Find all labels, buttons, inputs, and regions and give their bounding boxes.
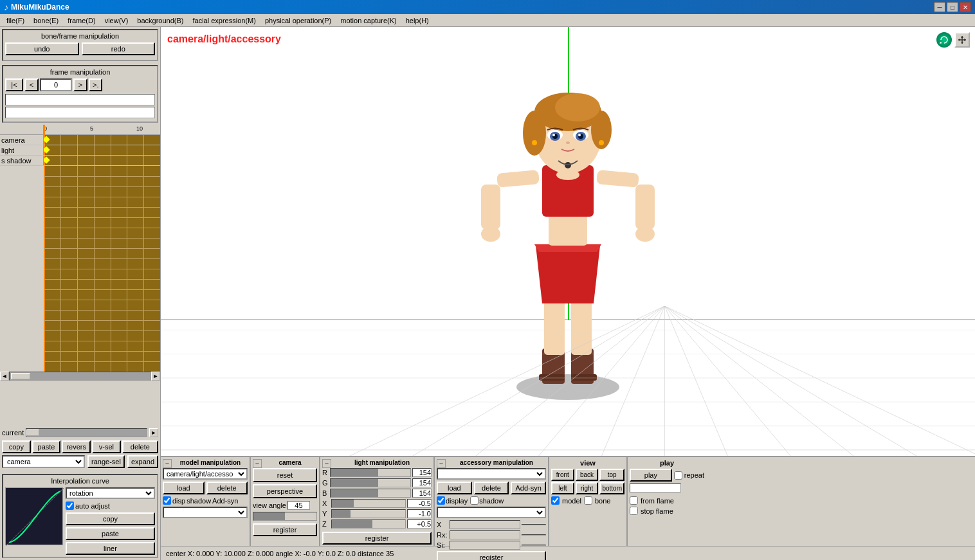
view-angle-input[interactable] (287, 501, 310, 510)
menu-frame[interactable]: frame(D) (64, 16, 99, 25)
camera-reset-button[interactable]: reset (253, 468, 317, 482)
light-register-button[interactable]: register (322, 532, 432, 545)
timeline-hscrollbar[interactable]: ◄ ► (0, 372, 160, 381)
camera-register-button[interactable]: register (253, 523, 317, 536)
acc-rx-slider[interactable] (450, 530, 520, 539)
camera-panel-minus[interactable]: − (253, 459, 262, 468)
delete-button[interactable]: delete (122, 440, 158, 453)
bone-name-input2[interactable] (5, 107, 155, 118)
viewport-icon-green[interactable] (936, 32, 952, 48)
scrollbar-thumb[interactable] (11, 373, 30, 379)
bottom-panels: − model manipulation camera/light/access… (161, 456, 975, 546)
minimize-button[interactable]: ─ (934, 2, 945, 12)
accessory-select[interactable] (437, 468, 546, 480)
frame-next-button[interactable]: > (73, 78, 87, 91)
light-z-slider[interactable] (331, 519, 406, 528)
disp-checkbox[interactable] (163, 496, 171, 505)
menu-bone[interactable]: bone(E) (30, 16, 62, 25)
expand-button[interactable]: expand (127, 455, 158, 468)
redo-button[interactable]: redo (82, 42, 156, 55)
acc-shadow-checkbox[interactable] (470, 496, 478, 505)
frame-number-input[interactable] (40, 78, 72, 91)
frame-end-button[interactable]: >. (89, 78, 102, 91)
model-panel-minus[interactable]: − (163, 459, 172, 468)
menu-file[interactable]: file(F) (3, 16, 28, 25)
model-select2-dropdown[interactable] (163, 507, 248, 518)
menu-help[interactable]: help(H) (402, 16, 433, 25)
tl-content-sshadow[interactable] (44, 156, 160, 165)
light-panel-minus[interactable]: − (322, 459, 331, 468)
view-angle-slider-track[interactable] (253, 512, 317, 521)
acc-display-checkbox[interactable] (437, 496, 445, 505)
accessory-addsyn-button[interactable]: Add-syn (511, 482, 546, 494)
accessory-register-button[interactable]: register (437, 551, 546, 560)
model-delete-button[interactable]: delete (206, 482, 248, 494)
perspective-button[interactable]: perspective (253, 484, 317, 498)
bone-name-input[interactable] (5, 94, 155, 105)
view-front-button[interactable]: front (551, 469, 574, 481)
interp-paste-button[interactable]: paste (66, 527, 155, 540)
current-scrollbar-thumb[interactable] (26, 429, 39, 436)
from-flame-checkbox[interactable] (630, 496, 638, 505)
paste-button[interactable]: paste (32, 440, 61, 453)
light-b-value[interactable]: 154 (412, 489, 432, 498)
view-bottom-button[interactable]: bottom (599, 482, 624, 494)
light-r-value[interactable]: 154 (412, 468, 432, 477)
tl-content-light[interactable] (44, 145, 160, 155)
viewport-icon-move[interactable] (954, 32, 970, 48)
light-r-slider[interactable] (330, 468, 411, 477)
close-button[interactable]: ✕ (960, 2, 971, 12)
interp-copy-button[interactable]: copy (66, 512, 155, 525)
menu-physical[interactable]: physical operation(P) (261, 16, 335, 25)
rotation-select[interactable]: rotation (66, 487, 155, 499)
model-load-button[interactable]: load (163, 482, 205, 494)
acc-x-slider[interactable] (450, 520, 520, 529)
scrollbar-right-btn[interactable]: ► (151, 372, 160, 381)
repeat-checkbox[interactable] (674, 471, 682, 480)
view-left-button[interactable]: left (551, 482, 574, 494)
model-select-dropdown[interactable]: camera/light/accesso (163, 468, 248, 480)
camera-dropdown[interactable]: camera (2, 455, 85, 468)
light-b-slider[interactable] (330, 489, 411, 498)
light-x-slider[interactable] (331, 499, 406, 508)
scrollbar-left-btn[interactable]: ◄ (0, 372, 9, 381)
auto-adjust-checkbox[interactable] (66, 501, 74, 510)
light-z-value[interactable]: +0.5 (407, 519, 432, 528)
revers-button[interactable]: revers (62, 440, 91, 453)
menu-view[interactable]: view(V) (101, 16, 132, 25)
light-g-slider[interactable] (330, 478, 411, 487)
tl-content-camera[interactable] (44, 135, 160, 145)
accessory-panel-minus[interactable]: − (437, 459, 446, 468)
frame-prev-button[interactable]: < (24, 78, 39, 91)
timeline-empty-area[interactable] (0, 166, 160, 372)
acc-si-slider[interactable] (450, 541, 520, 550)
liner-button[interactable]: liner (66, 542, 155, 555)
maximize-button[interactable]: □ (947, 2, 958, 12)
current-scroll-right[interactable]: ► (149, 428, 158, 437)
view-right-button[interactable]: right (576, 482, 599, 494)
view-bone-checkbox[interactable] (584, 496, 592, 505)
undo-button[interactable]: undo (5, 42, 79, 55)
accessory-load-button[interactable]: load (437, 482, 472, 494)
accessory-delete-button[interactable]: delete (474, 482, 509, 494)
light-y-slider[interactable] (331, 509, 406, 518)
view-top-button[interactable]: top (599, 469, 624, 481)
accessory-model-select[interactable] (437, 507, 546, 518)
menu-facial[interactable]: facial expression(M) (188, 16, 259, 25)
light-g-value[interactable]: 154 (412, 478, 432, 487)
view-model-checkbox[interactable] (551, 496, 560, 505)
light-y-value[interactable]: -1.0 (407, 509, 432, 518)
range-sel-button[interactable]: range-sel (87, 455, 125, 468)
vsel-button[interactable]: v-sel (92, 440, 121, 453)
frame-start-button[interactable]: |< (5, 78, 23, 91)
copy-button[interactable]: copy (2, 440, 31, 453)
light-x-value[interactable]: -0.5 (407, 499, 432, 508)
menu-motion[interactable]: motion capture(K) (336, 16, 400, 25)
current-scrollbar-track[interactable] (26, 428, 147, 437)
view-back-button[interactable]: back (576, 469, 599, 481)
play-button[interactable]: play (630, 469, 672, 482)
stop-flame-checkbox[interactable] (630, 507, 638, 515)
menu-background[interactable]: background(B) (133, 16, 187, 25)
scrollbar-track[interactable] (9, 372, 151, 381)
viewport[interactable]: camera/light/accessory (161, 27, 975, 560)
